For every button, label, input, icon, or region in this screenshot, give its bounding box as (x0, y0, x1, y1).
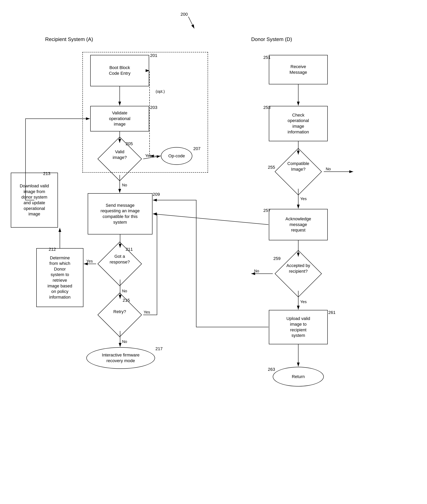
svg-text:No: No (254, 269, 259, 273)
svg-text:No: No (122, 183, 127, 187)
svg-line-2 (188, 17, 194, 29)
ref-211: 211 (126, 247, 133, 252)
svg-text:Yes: Yes (86, 259, 93, 263)
node-263: Return (273, 367, 324, 386)
ref-257: 257 (263, 208, 271, 213)
svg-text:No: No (122, 339, 127, 344)
node-257: Acknowledge message request (269, 209, 328, 240)
ref-212: 212 (49, 247, 56, 252)
ref-209: 209 (153, 192, 160, 197)
node-209: Send message requesting an image compati… (88, 193, 152, 234)
node-213: Download valid image from donor system a… (11, 173, 58, 228)
ref-259: 259 (273, 256, 281, 261)
node-259: Accepted by recipient? (273, 257, 324, 290)
ref-263: 263 (268, 367, 275, 372)
node-215: Retry? (96, 299, 143, 331)
ref-253: 253 (263, 105, 271, 110)
title-ref: 200 (181, 12, 188, 17)
ref-261: 261 (328, 310, 336, 315)
svg-text:Yes: Yes (144, 310, 150, 314)
ref-217: 217 (155, 346, 163, 351)
svg-text:Yes: Yes (300, 196, 307, 201)
recipient-label: Recipient System (A) (45, 36, 93, 42)
ref-215: 215 (123, 298, 130, 303)
node-253: Check operational image information (269, 106, 328, 141)
svg-text:No: No (122, 289, 127, 293)
svg-text:No: No (326, 167, 331, 171)
node-251: Receive Message (269, 55, 328, 84)
svg-line-25 (153, 214, 268, 225)
node-255: Compatible Image? (273, 155, 324, 188)
ref-213: 213 (43, 171, 50, 176)
node-211: Got a response? (96, 248, 143, 279)
node-261: Upload valid image to recipient system (269, 310, 328, 344)
opt-label: (opt.) (156, 89, 165, 94)
svg-text:Yes: Yes (300, 300, 307, 304)
node-217: Interactive firmware recovery mode (86, 347, 155, 369)
donor-label: Donor System (D) (251, 36, 292, 42)
node-212: Determine from which Donor system to ret… (36, 248, 84, 307)
flowchart-diagram: 200 Recipient System (A) Donor System (D… (0, 0, 427, 504)
ref-251: 251 (263, 55, 271, 60)
